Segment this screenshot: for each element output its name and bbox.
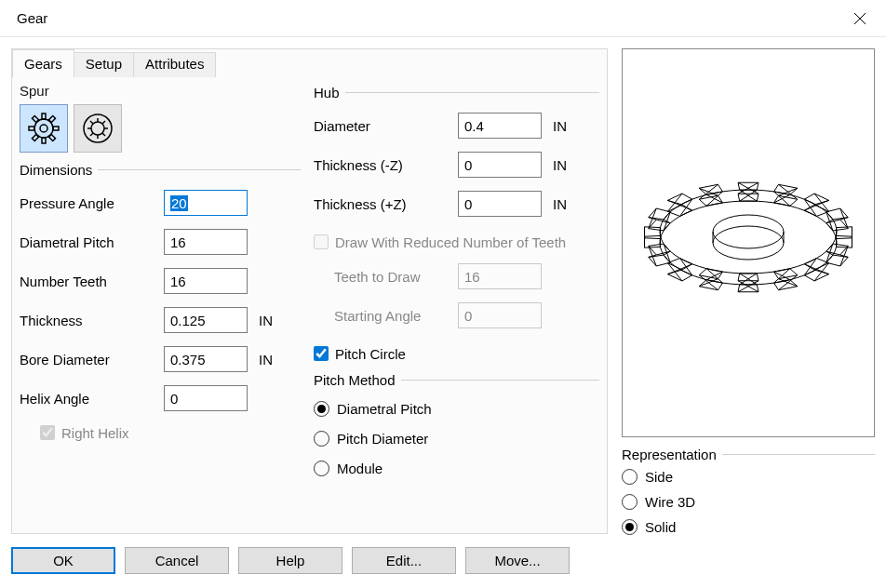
helix-angle-input[interactable] bbox=[164, 385, 248, 411]
svg-rect-4 bbox=[42, 114, 46, 119]
svg-line-20 bbox=[90, 133, 93, 136]
hub-label: Hub bbox=[314, 85, 345, 100]
svg-marker-29 bbox=[837, 238, 852, 247]
svg-marker-41 bbox=[804, 270, 828, 281]
svg-point-22 bbox=[713, 226, 784, 260]
gear-icon bbox=[81, 112, 114, 145]
svg-marker-112 bbox=[804, 194, 828, 205]
svg-line-92 bbox=[667, 194, 682, 211]
bore-diameter-label: Bore Diameter bbox=[20, 352, 164, 368]
svg-marker-76 bbox=[645, 227, 661, 236]
dimensions-label: Dimensions bbox=[20, 162, 98, 178]
radio-module[interactable]: Module bbox=[314, 453, 599, 483]
tab-attributes[interactable]: Attributes bbox=[133, 52, 216, 77]
hub-diameter-label: Diameter bbox=[314, 118, 458, 134]
help-button[interactable]: Help bbox=[238, 547, 342, 574]
thickness-label: Thickness bbox=[20, 313, 164, 328]
svg-line-44 bbox=[814, 270, 829, 274]
hub-diameter-input[interactable] bbox=[458, 113, 542, 139]
svg-line-117 bbox=[804, 205, 816, 210]
svg-point-2 bbox=[40, 125, 47, 132]
representation-label: Representation bbox=[622, 447, 722, 462]
svg-line-68 bbox=[667, 263, 682, 281]
radio-pitch-diameter[interactable]: Pitch Diameter bbox=[314, 423, 599, 453]
svg-line-18 bbox=[90, 121, 93, 124]
svg-line-21 bbox=[102, 133, 105, 136]
main-panel: Gears Setup Attributes Spur bbox=[11, 48, 608, 534]
tab-setup[interactable]: Setup bbox=[74, 52, 134, 77]
teeth-to-draw-input bbox=[458, 263, 542, 289]
thickness-unit: IN bbox=[259, 313, 273, 328]
svg-line-45 bbox=[804, 264, 816, 270]
pitch-method-label: Pitch Method bbox=[314, 372, 401, 388]
thickness-neg-unit: IN bbox=[553, 157, 567, 173]
radio-side[interactable]: Side bbox=[622, 464, 875, 489]
radio-diametral-pitch[interactable]: Diametral Pitch bbox=[314, 394, 599, 423]
gear-preview-icon bbox=[637, 150, 860, 336]
svg-marker-100 bbox=[738, 182, 758, 190]
svg-rect-10 bbox=[48, 134, 55, 140]
diametral-pitch-label: Diametral Pitch bbox=[20, 234, 164, 250]
radio-wire3d[interactable]: Wire 3D bbox=[622, 489, 875, 514]
svg-marker-28 bbox=[837, 227, 852, 236]
number-teeth-input[interactable] bbox=[164, 268, 248, 294]
hub-diameter-unit: IN bbox=[553, 118, 567, 134]
titlebar: Gear bbox=[0, 0, 886, 37]
svg-point-23 bbox=[713, 215, 784, 248]
pressure-angle-label: Pressure Angle bbox=[20, 195, 164, 211]
starting-angle-input bbox=[458, 302, 542, 328]
svg-line-19 bbox=[102, 121, 105, 124]
right-helix-label: Right Helix bbox=[61, 425, 129, 441]
svg-point-13 bbox=[91, 122, 104, 135]
svg-rect-8 bbox=[48, 115, 55, 122]
svg-line-116 bbox=[814, 200, 829, 205]
thickness-neg-label: Thickness (-Z) bbox=[314, 157, 458, 173]
spur-label: Spur bbox=[20, 83, 301, 99]
gear-icon bbox=[27, 112, 60, 145]
number-teeth-label: Number Teeth bbox=[20, 274, 164, 289]
thickness-input[interactable] bbox=[164, 307, 248, 333]
svg-rect-9 bbox=[32, 115, 38, 122]
teeth-to-draw-label: Teeth to Draw bbox=[314, 269, 458, 285]
svg-marker-77 bbox=[645, 238, 661, 247]
helix-angle-label: Helix Angle bbox=[20, 391, 164, 407]
diametral-pitch-input[interactable] bbox=[164, 229, 248, 255]
draw-reduced-label: Draw With Reduced Number of Teeth bbox=[335, 234, 566, 250]
svg-rect-5 bbox=[42, 138, 46, 143]
bore-diameter-input[interactable] bbox=[164, 346, 248, 372]
thickness-pos-unit: IN bbox=[553, 196, 567, 212]
pitch-circle-checkbox[interactable] bbox=[314, 346, 329, 361]
thickness-neg-input[interactable] bbox=[458, 152, 542, 178]
svg-marker-88 bbox=[667, 194, 691, 205]
close-icon bbox=[853, 12, 866, 25]
edit-button[interactable]: Edit... bbox=[352, 547, 456, 574]
pitch-circle-label: Pitch Circle bbox=[335, 346, 406, 362]
pressure-angle-input[interactable]: 20 bbox=[164, 190, 248, 216]
cancel-button[interactable]: Cancel bbox=[125, 547, 229, 574]
thickness-pos-label: Thickness (+Z) bbox=[314, 196, 458, 212]
ok-button[interactable]: OK bbox=[11, 547, 115, 574]
move-button[interactable]: Move... bbox=[465, 547, 570, 574]
svg-rect-7 bbox=[53, 127, 59, 130]
preview-pane bbox=[622, 48, 875, 437]
internal-gear-icon[interactable] bbox=[74, 104, 122, 153]
radio-solid[interactable]: Solid bbox=[622, 514, 875, 540]
svg-marker-53 bbox=[738, 285, 758, 292]
window-title: Gear bbox=[17, 10, 47, 26]
svg-marker-65 bbox=[667, 270, 691, 281]
svg-rect-6 bbox=[29, 127, 34, 130]
thickness-pos-input[interactable] bbox=[458, 191, 542, 217]
spur-gear-icon[interactable] bbox=[20, 104, 68, 153]
right-helix-checkbox bbox=[40, 425, 55, 440]
starting-angle-label: Starting Angle bbox=[314, 308, 458, 324]
bore-diameter-unit: IN bbox=[259, 352, 273, 368]
close-button[interactable] bbox=[851, 9, 869, 28]
tab-gears[interactable]: Gears bbox=[12, 49, 74, 78]
svg-rect-11 bbox=[32, 134, 38, 140]
draw-reduced-checkbox bbox=[314, 234, 329, 249]
